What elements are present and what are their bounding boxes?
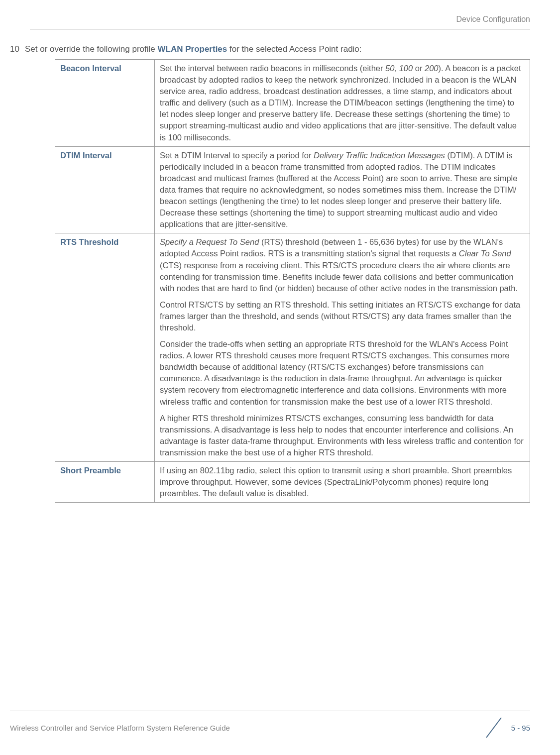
description-paragraph: A higher RTS threshold minimizes RTS/CTS… bbox=[160, 413, 525, 458]
header-section-title: Device Configuration bbox=[456, 15, 530, 23]
wlan-properties-table: Beacon IntervalSet the interval between … bbox=[55, 59, 530, 503]
description-paragraph: Set the interval between radio beacons i… bbox=[160, 63, 525, 143]
text-segment: Consider the trade-offs when setting an … bbox=[160, 339, 510, 406]
text-segment: (DTIM). A DTIM is periodically included … bbox=[160, 151, 517, 229]
description-paragraph: Control RTS/CTS by setting an RTS thresh… bbox=[160, 299, 525, 333]
property-label: Beacon Interval bbox=[55, 60, 155, 147]
footer-content: Wireless Controller and Service Platform… bbox=[10, 715, 530, 740]
instruction-text: Set or override the following profile WL… bbox=[25, 44, 362, 54]
instruction-prefix: Set or override the following profile bbox=[25, 44, 157, 54]
text-segment: Delivery Traffic Indication Messages bbox=[314, 151, 445, 160]
property-description: Set a DTIM Interval to specify a period … bbox=[155, 146, 530, 233]
text-segment: 200 bbox=[425, 64, 439, 73]
text-segment: Set a DTIM Interval to specify a period … bbox=[160, 151, 314, 160]
text-segment: Control RTS/CTS by setting an RTS thresh… bbox=[160, 300, 520, 332]
text-segment: (CTS) response from a receiving client. … bbox=[160, 261, 518, 293]
footer-text: Wireless Controller and Service Platform… bbox=[10, 724, 230, 732]
text-segment: 100 bbox=[399, 64, 413, 73]
instruction-line: 10Set or override the following profile … bbox=[10, 44, 530, 54]
description-paragraph: Specify a Request To Send (RTS) threshol… bbox=[160, 236, 525, 294]
description-paragraph: Set a DTIM Interval to specify a period … bbox=[160, 150, 525, 230]
text-segment: Specify a Request To Send bbox=[160, 237, 259, 246]
instruction-suffix: for the selected Access Point radio: bbox=[227, 44, 361, 54]
page-slash-icon bbox=[481, 715, 506, 740]
text-segment: 50 bbox=[385, 64, 394, 73]
property-label: Short Preamble bbox=[55, 462, 155, 503]
page-content: 10Set or override the following profile … bbox=[0, 44, 560, 503]
text-segment: or bbox=[413, 64, 425, 73]
text-segment: Clear To Send bbox=[459, 249, 511, 258]
property-description: Specify a Request To Send (RTS) threshol… bbox=[155, 233, 530, 462]
page-number-container: 5 - 95 bbox=[481, 715, 530, 740]
description-paragraph: If using an 802.11bg radio, select this … bbox=[160, 465, 525, 499]
page-header: Device Configuration bbox=[0, 0, 560, 29]
instruction-number: 10 bbox=[10, 44, 25, 54]
instruction-bold: WLAN Properties bbox=[157, 44, 227, 54]
table-row: Short PreambleIf using an 802.11bg radio… bbox=[55, 462, 530, 503]
table-row: Beacon IntervalSet the interval between … bbox=[55, 60, 530, 147]
text-segment: ). A beacon is a packet broadcast by ado… bbox=[160, 64, 521, 142]
svg-line-0 bbox=[486, 718, 501, 738]
footer-divider bbox=[10, 711, 530, 711]
table-row: DTIM IntervalSet a DTIM Interval to spec… bbox=[55, 146, 530, 233]
page-footer: Wireless Controller and Service Platform… bbox=[0, 711, 560, 740]
description-paragraph: Consider the trade-offs when setting an … bbox=[160, 338, 525, 408]
property-description: If using an 802.11bg radio, select this … bbox=[155, 462, 530, 503]
table-row: RTS ThresholdSpecify a Request To Send (… bbox=[55, 233, 530, 462]
property-description: Set the interval between radio beacons i… bbox=[155, 60, 530, 147]
text-segment: If using an 802.11bg radio, select this … bbox=[160, 466, 512, 498]
text-segment: , bbox=[394, 64, 399, 73]
text-segment: Set the interval between radio beacons i… bbox=[160, 64, 385, 73]
property-label: RTS Threshold bbox=[55, 233, 155, 462]
property-label: DTIM Interval bbox=[55, 146, 155, 233]
page-number: 5 - 95 bbox=[511, 724, 530, 732]
header-divider bbox=[30, 29, 530, 29]
text-segment: A higher RTS threshold minimizes RTS/CTS… bbox=[160, 414, 524, 457]
